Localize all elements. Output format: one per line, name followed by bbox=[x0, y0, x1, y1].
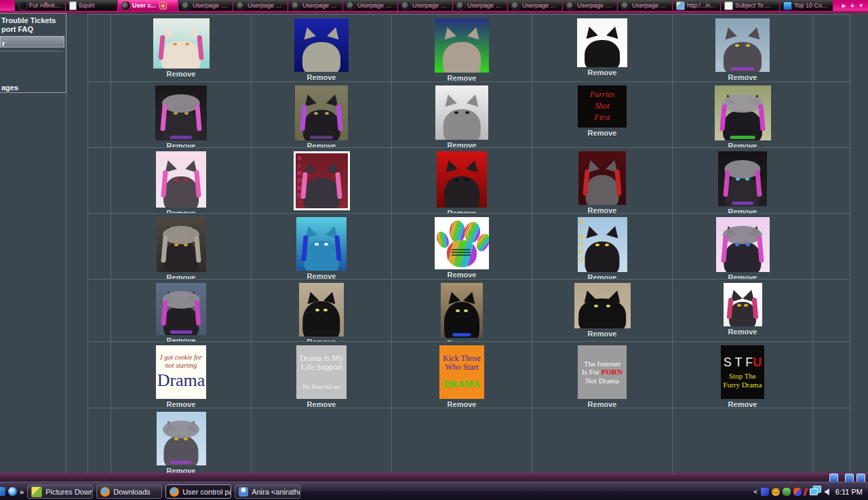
tab-label: Userpage o... bbox=[467, 2, 504, 9]
desktop: { "browser": { "tab_bar": { "tabs": [ {"… bbox=[0, 0, 868, 500]
msn-icon[interactable] bbox=[761, 488, 769, 496]
remove-link[interactable]: Remove bbox=[167, 273, 196, 280]
tab-fur-affinity-[interactable]: Fur Affinity... bbox=[15, 0, 65, 11]
remove-link[interactable]: Remove bbox=[728, 208, 757, 214]
remove-link[interactable]: Remove bbox=[448, 74, 477, 82]
taskbar-button-anira-anirathesno[interactable]: Anira <anirathesno... bbox=[235, 484, 300, 499]
remove-link[interactable]: Remove bbox=[307, 272, 336, 280]
buddy-icon[interactable] bbox=[783, 488, 791, 496]
tab-scroll-right-button[interactable]: ▶ bbox=[842, 3, 846, 9]
x-app-icon bbox=[724, 1, 733, 10]
avatar-cell: Remove bbox=[392, 214, 532, 280]
sidebar: Trouble Tickets port FAQ ms r ages bbox=[0, 13, 66, 93]
remove-link[interactable]: Remove bbox=[167, 209, 196, 214]
ribbon-icon[interactable] bbox=[803, 487, 808, 496]
avatar-text-segment: not starting bbox=[165, 362, 197, 369]
remove-link[interactable]: Remove bbox=[448, 271, 477, 279]
taskbar-button-downloads[interactable]: Downloads bbox=[96, 484, 162, 499]
remove-link[interactable]: Remove bbox=[448, 141, 477, 148]
volume-icon[interactable] bbox=[824, 488, 829, 495]
sidebar-item-support-faq[interactable]: port FAQ bbox=[1, 25, 33, 33]
remove-link[interactable]: Remove bbox=[307, 142, 336, 148]
tab-squirt[interactable]: Squirt bbox=[66, 0, 117, 11]
avatar-cell: FurriesShotFirstRemove bbox=[532, 82, 673, 148]
sidebar-item-selected[interactable]: r bbox=[0, 36, 64, 47]
remove-link[interactable]: Remove bbox=[728, 328, 757, 336]
remove-link[interactable]: Remove bbox=[167, 336, 196, 342]
remove-link[interactable]: Remove bbox=[588, 273, 617, 280]
cat-eye bbox=[455, 178, 459, 181]
remove-link[interactable]: Remove bbox=[588, 129, 617, 137]
cat-head bbox=[585, 242, 619, 272]
avatar-image bbox=[299, 283, 344, 336]
grid-rail-cell bbox=[813, 82, 850, 148]
tab-user-c-[interactable]: User c...✕ bbox=[118, 0, 178, 11]
remove-link[interactable]: Remove bbox=[588, 330, 617, 338]
remove-link[interactable]: Remove bbox=[728, 400, 757, 408]
tab-userpage-o-[interactable]: Userpage o... bbox=[453, 0, 507, 11]
tab-userpage-o-[interactable]: Userpage o... bbox=[343, 0, 397, 11]
tray-chevron[interactable]: < bbox=[754, 488, 757, 495]
tab-userpage-o-[interactable]: Userpage o... bbox=[398, 0, 452, 11]
cat-eye bbox=[325, 112, 329, 115]
new-tab-button[interactable]: + bbox=[850, 1, 854, 9]
remove-link[interactable]: Remove bbox=[448, 400, 477, 408]
avatar-image: FurriesShotFirst bbox=[578, 85, 627, 128]
avatar-cell: Remove bbox=[392, 82, 532, 148]
remove-link[interactable]: Remove bbox=[307, 400, 336, 408]
avatar-text-segment: PORN bbox=[601, 368, 623, 376]
tab-subject-to-[interactable]: Subject To ... bbox=[721, 0, 779, 11]
remove-link[interactable]: Remove bbox=[448, 209, 477, 214]
pidgin-icon[interactable] bbox=[793, 488, 802, 496]
remove-link[interactable]: Remove bbox=[728, 142, 757, 148]
tab-top-10-co-[interactable]: Top 10 Co... bbox=[780, 0, 833, 11]
remove-link[interactable]: Remove bbox=[588, 69, 617, 77]
remove-link[interactable]: Remove bbox=[588, 400, 617, 408]
tab-userpage-o-[interactable]: Userpage o... bbox=[233, 0, 288, 11]
avatar-cell: AINOKORemove bbox=[252, 148, 392, 214]
paw-icon bbox=[292, 1, 300, 10]
furaffinity-icon bbox=[18, 1, 27, 10]
media-player-icon[interactable] bbox=[0, 487, 5, 496]
tab-userpage-o-[interactable]: Userpage o... bbox=[508, 0, 562, 11]
remove-link[interactable]: Remove bbox=[167, 400, 196, 408]
tab-userpage-o-[interactable]: Userpage o... bbox=[288, 0, 342, 11]
cat-collar bbox=[170, 136, 192, 140]
taskbar-clock[interactable]: 6:11 PM bbox=[835, 488, 863, 496]
network-icon[interactable] bbox=[810, 488, 818, 495]
taskbar-button-pictures-downloade[interactable]: Pictures Downloade... bbox=[27, 484, 93, 499]
cat-eye bbox=[174, 438, 178, 440]
tab-label: Subject To ... bbox=[735, 2, 770, 9]
cat-ear bbox=[583, 24, 598, 38]
tab-label: Squirt bbox=[79, 2, 95, 9]
avatar-text: The InternetIs For PORNNot Drama bbox=[578, 345, 627, 399]
avatar-cell: Remove bbox=[252, 82, 392, 148]
avatar-cell: AINOKORemove bbox=[532, 214, 673, 280]
remove-link[interactable]: Remove bbox=[167, 70, 196, 78]
cat-eye bbox=[735, 244, 739, 246]
tab-userpage-o-[interactable]: Userpage o... bbox=[618, 0, 672, 11]
avatar-cell: I got cookie fornot startingDramaRemove bbox=[111, 342, 252, 408]
smiley-icon[interactable] bbox=[772, 488, 780, 496]
remove-link[interactable]: Remove bbox=[588, 206, 617, 214]
tab-userpage-o-[interactable]: Userpage o... bbox=[178, 0, 233, 11]
remove-link[interactable]: Remove bbox=[167, 142, 196, 148]
remove-link[interactable]: Remove bbox=[728, 73, 757, 81]
tab-userpage-o-[interactable]: Userpage o... bbox=[563, 0, 617, 11]
internet-explorer-icon[interactable] bbox=[8, 487, 17, 496]
avatar-text: Kick ThoseWho StartDRAMA bbox=[439, 345, 484, 399]
sidebar-item-trouble-tickets[interactable]: Trouble Tickets bbox=[1, 16, 56, 24]
remove-link[interactable]: Remove bbox=[728, 273, 757, 280]
cat-eye bbox=[185, 43, 189, 45]
remove-link[interactable]: Remove bbox=[307, 73, 336, 81]
taskbar-button-user-control-panel[interactable]: User control panel -... bbox=[165, 484, 231, 499]
cat-head bbox=[444, 176, 479, 208]
sidebar-item-pages[interactable]: ages bbox=[1, 83, 18, 92]
tab-close-button[interactable]: ✕ bbox=[159, 2, 167, 9]
avatar-text-segment: DRAMA bbox=[443, 379, 480, 389]
webpage-icon bbox=[676, 1, 685, 10]
cat-ear bbox=[606, 24, 621, 38]
tab-list-button[interactable]: ▼ bbox=[859, 3, 864, 9]
tab-http-in1-0[interactable]: http:/...in1.0 bbox=[673, 0, 720, 11]
cat-collar bbox=[452, 333, 471, 337]
